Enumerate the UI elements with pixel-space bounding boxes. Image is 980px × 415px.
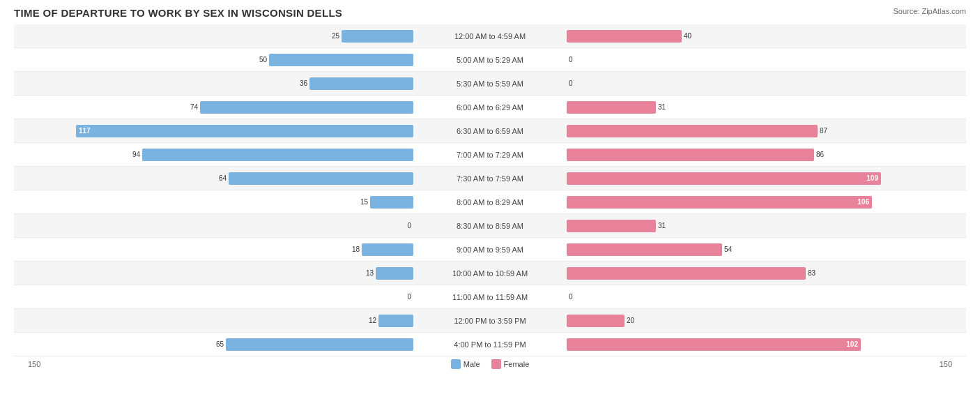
right-section: 109	[567, 167, 966, 190]
female-value: 20	[627, 317, 634, 324]
right-section: 102	[567, 333, 966, 356]
chart-row: 117 6:30 AM to 6:59 AM 87	[14, 119, 966, 143]
time-label: 8:00 AM to 8:29 AM	[413, 198, 567, 206]
axis-center-space: Male Female	[413, 359, 567, 369]
legend-female-box	[491, 359, 501, 369]
time-label: 5:00 AM to 5:29 AM	[413, 56, 567, 64]
right-section: 40	[567, 24, 966, 47]
left-section: 94	[14, 143, 413, 166]
left-section: 65	[14, 333, 413, 356]
bar-male	[229, 172, 413, 185]
time-label: 7:30 AM to 7:59 AM	[413, 174, 567, 183]
female-value: 86	[816, 151, 824, 158]
bar-male	[226, 338, 413, 351]
left-section: 74	[14, 96, 413, 119]
chart-row: 15 8:00 AM to 8:29 AM 106	[14, 190, 966, 214]
female-value: 83	[808, 269, 816, 277]
right-section: 83	[567, 262, 966, 285]
male-value: 50	[259, 56, 267, 63]
right-section: 20	[567, 309, 966, 332]
bar-male	[309, 77, 413, 90]
female-value-zero: 0	[569, 56, 573, 63]
male-value: 25	[332, 32, 339, 40]
female-value: 40	[684, 32, 691, 40]
male-value: 18	[352, 246, 360, 253]
source-label: Source: ZipAtlas.com	[893, 7, 966, 15]
female-value-zero: 0	[569, 80, 573, 87]
legend-male: Male	[451, 359, 480, 369]
chart-row: 13 10:00 AM to 10:59 AM 83	[14, 262, 966, 285]
left-section: 18	[14, 238, 413, 261]
male-value-zero: 0	[407, 222, 411, 229]
left-section: 25	[14, 24, 413, 47]
legend-male-box	[451, 359, 461, 369]
bar-male	[342, 30, 413, 43]
bar-male	[378, 315, 413, 327]
female-value: 54	[724, 246, 732, 253]
right-section: 0	[567, 48, 966, 71]
time-label: 10:00 AM to 10:59 AM	[413, 269, 567, 278]
time-label: 12:00 PM to 3:59 PM	[413, 317, 567, 325]
legend-female: Female	[491, 359, 530, 369]
chart-row: 74 6:00 AM to 6:29 AM 31	[14, 96, 966, 119]
axis-left-label: 150	[14, 360, 413, 368]
male-value: 15	[360, 198, 368, 206]
time-label: 12:00 AM to 4:59 AM	[413, 32, 567, 40]
bar-male	[142, 149, 413, 161]
bar-female	[567, 101, 656, 114]
chart-container: TIME OF DEPARTURE TO WORK BY SEX IN WISC…	[0, 0, 980, 415]
female-value-zero: 0	[569, 293, 573, 301]
axis-right-label: 150	[567, 360, 966, 368]
chart-row: 36 5:30 AM to 5:59 AM 0	[14, 72, 966, 96]
right-section: 31	[567, 96, 966, 119]
female-value-inside: 102	[846, 340, 858, 348]
bar-female	[567, 30, 682, 43]
time-label: 4:00 PM to 11:59 PM	[413, 340, 567, 349]
chart-area: 25 12:00 AM to 4:59 AM 40 50 5:00 AM to …	[14, 24, 966, 356]
right-section: 86	[567, 143, 966, 166]
legend: Male Female	[413, 359, 567, 369]
bar-female	[567, 243, 722, 256]
male-value: 65	[216, 340, 224, 348]
left-section: 117	[14, 119, 413, 142]
bar-male	[370, 196, 413, 209]
time-label: 9:00 AM to 9:59 AM	[413, 246, 567, 254]
left-section: 50	[14, 48, 413, 71]
chart-row: 0 8:30 AM to 8:59 AM 31	[14, 214, 966, 238]
right-section: 87	[567, 119, 966, 142]
bar-male: 117	[76, 125, 413, 137]
right-section: 106	[567, 190, 966, 213]
bar-male	[376, 267, 413, 280]
chart-row: 0 11:00 AM to 11:59 AM 0	[14, 285, 966, 309]
time-label: 11:00 AM to 11:59 AM	[413, 293, 567, 301]
legend-female-label: Female	[504, 360, 530, 368]
male-value: 94	[132, 151, 140, 158]
time-label: 6:30 AM to 6:59 AM	[413, 127, 567, 135]
bar-female: 109	[567, 172, 881, 185]
time-label: 6:00 AM to 6:29 AM	[413, 103, 567, 112]
right-section: 31	[567, 214, 966, 237]
chart-row: 12 12:00 PM to 3:59 PM 20	[14, 309, 966, 333]
chart-row: 50 5:00 AM to 5:29 AM 0	[14, 48, 966, 72]
left-section: 64	[14, 167, 413, 190]
chart-row: 65 4:00 PM to 11:59 PM 102	[14, 333, 966, 356]
bar-female: 102	[567, 338, 861, 351]
female-value: 31	[658, 222, 666, 229]
male-value: 36	[300, 80, 307, 87]
male-value: 74	[190, 103, 198, 111]
bar-female	[567, 220, 656, 232]
female-value-inside: 106	[857, 198, 869, 206]
right-section: 0	[567, 72, 966, 95]
bar-male	[200, 101, 413, 114]
axis-labels: 150 Male Female 150	[14, 359, 966, 369]
male-value-inside: 117	[79, 127, 91, 135]
left-section: 0	[14, 214, 413, 237]
legend-male-label: Male	[464, 360, 480, 368]
left-section: 36	[14, 72, 413, 95]
right-section: 0	[567, 285, 966, 308]
female-value: 31	[658, 103, 666, 111]
bar-female	[567, 267, 806, 280]
chart-row: 18 9:00 AM to 9:59 AM 54	[14, 238, 966, 262]
chart-row: 64 7:30 AM to 7:59 AM 109	[14, 167, 966, 190]
male-value: 64	[219, 174, 227, 182]
